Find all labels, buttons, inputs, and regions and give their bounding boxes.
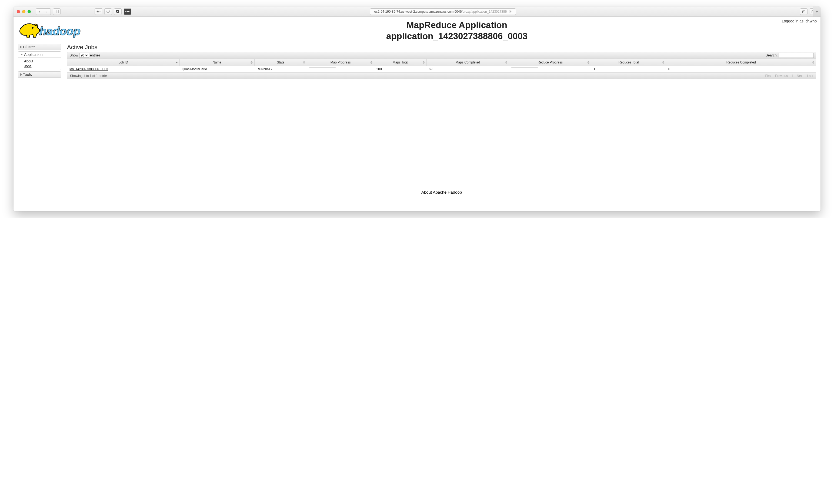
cell-reduces-completed: 0: [666, 66, 816, 73]
url-path: /proxy/application_1423027386: [462, 10, 507, 14]
svg-rect-0: [55, 10, 59, 13]
section-heading: Active Jobs: [67, 44, 816, 51]
cell-reduce-progress: [509, 66, 591, 73]
job-id-link[interactable]: job_1423027388806_0003: [69, 67, 108, 71]
cell-name: QuasiMonteCarlo: [180, 66, 255, 73]
cell-reduces-total: 1: [591, 66, 666, 73]
page-title-line1: MapReduce Application: [407, 20, 507, 30]
sidebar-icon: [55, 10, 59, 13]
search-label: Search:: [766, 53, 778, 57]
chevron-down-icon: [20, 54, 23, 55]
paginate-next[interactable]: Next: [797, 74, 804, 78]
sidebar-label-cluster: Cluster: [23, 45, 35, 49]
sidebar-item-tools[interactable]: Tools: [18, 71, 61, 78]
cell-map-progress: [307, 66, 374, 73]
chevron-right-icon: [20, 46, 22, 48]
col-maps-cmp[interactable]: Maps Completed: [427, 59, 509, 66]
bookmark-button[interactable]: ★▾: [94, 8, 102, 15]
sidebar-label-tools: Tools: [23, 72, 32, 77]
cell-maps-total: 200: [374, 66, 427, 73]
sidebar-item-cluster[interactable]: Cluster: [18, 44, 61, 50]
share-button[interactable]: [800, 8, 808, 15]
col-red-cmp[interactable]: Reduces Completed: [666, 59, 816, 66]
paginate-first[interactable]: First: [765, 74, 772, 78]
col-red-tot[interactable]: Reduces Total: [591, 59, 666, 66]
window-controls: [17, 10, 31, 13]
col-map-prog[interactable]: Map Progress: [307, 59, 374, 66]
url-host: ec2-54-190-39-74.us-west-2.compute.amazo…: [374, 10, 462, 14]
active-jobs-table: Show 20 entries Search:: [67, 52, 816, 79]
sidebar-link-jobs[interactable]: Jobs: [24, 64, 59, 69]
col-name[interactable]: Name: [180, 59, 255, 66]
sidebar-link-about[interactable]: About: [24, 59, 59, 64]
paginate-page[interactable]: 1: [791, 74, 793, 78]
col-red-prog[interactable]: Reduce Progress: [509, 59, 591, 66]
login-status: Logged in as: dr.who: [782, 19, 817, 23]
url-bar[interactable]: ec2-54-190-39-74.us-west-2.compute.amazo…: [370, 8, 516, 15]
paginate-prev[interactable]: Previous: [775, 74, 788, 78]
page-length-select[interactable]: 20: [79, 53, 89, 58]
cell-state: RUNNING: [255, 66, 307, 73]
table-paginate: First Previous 1 Next Last: [763, 74, 813, 78]
nav-forward-button[interactable]: ›: [43, 8, 51, 15]
share-icon: [802, 10, 805, 13]
col-state[interactable]: State: [255, 59, 307, 66]
page-title-line2: application_1423027388806_0003: [386, 31, 528, 41]
svg-text:hadoop: hadoop: [40, 25, 81, 38]
paginate-last[interactable]: Last: [807, 74, 813, 78]
show-sidebar-button[interactable]: [53, 8, 61, 15]
nav-back-button[interactable]: ‹: [36, 8, 43, 15]
chevron-right-icon: [20, 73, 22, 76]
page-length-post: entries: [90, 53, 101, 57]
browser-toolbar: ‹ › ★▾ ⓘ ABP ec2-54-190-39-74.us-west-2.…: [14, 6, 820, 17]
pocket-button[interactable]: [114, 8, 122, 15]
cell-maps-completed: 69: [427, 66, 509, 73]
sidebar: Cluster Application About Jobs Tools: [18, 44, 61, 201]
page-length-pre: Show: [69, 53, 79, 57]
new-tab-button[interactable]: +: [813, 6, 820, 17]
table-row: job_1423027388806_0003 QuasiMonteCarlo R…: [67, 66, 816, 73]
pocket-icon: [116, 10, 119, 13]
sidebar-application-children: About Jobs: [18, 58, 61, 70]
col-maps-tot[interactable]: Maps Total: [374, 59, 427, 66]
search-input[interactable]: [778, 53, 814, 58]
close-window-button[interactable]: [17, 10, 20, 13]
info-button[interactable]: ⓘ: [104, 8, 112, 15]
reload-icon[interactable]: ⟳: [509, 10, 511, 14]
col-job-id[interactable]: Job ID: [67, 59, 180, 66]
minimize-window-button[interactable]: [22, 10, 25, 13]
maximize-window-button[interactable]: [27, 10, 31, 13]
table-search: Search:: [766, 53, 814, 58]
about-hadoop-link[interactable]: About Apache Hadoop: [421, 190, 462, 194]
abp-button[interactable]: ABP: [124, 8, 131, 15]
page-length-control: Show 20 entries: [69, 53, 101, 58]
sidebar-label-application: Application: [24, 52, 43, 57]
svg-point-6: [32, 27, 34, 29]
table-info: Showing 1 to 1 of 1 entries: [70, 74, 108, 78]
sidebar-item-application[interactable]: Application: [18, 51, 61, 58]
hadoop-logo[interactable]: hadoop: [18, 19, 97, 42]
